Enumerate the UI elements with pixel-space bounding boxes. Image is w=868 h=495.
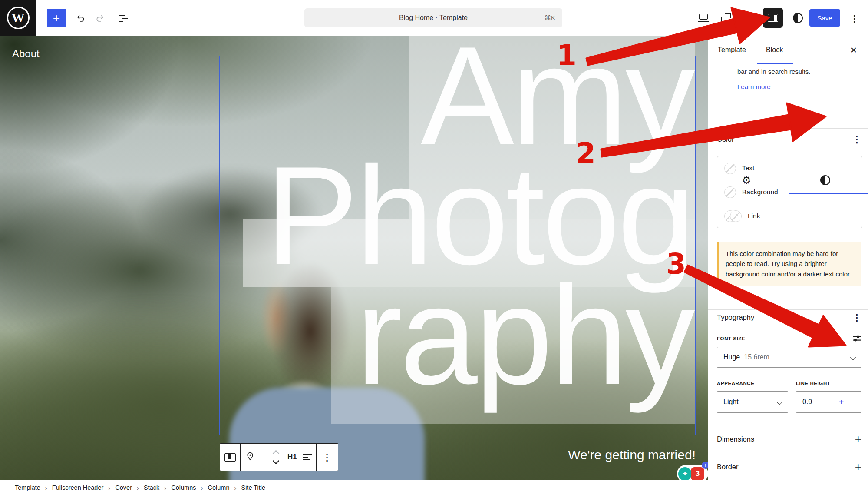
text-align-icon[interactable] (303, 452, 312, 462)
sidebar-icon (768, 14, 778, 22)
chevron-right-icon: › (164, 484, 166, 492)
color-section-title: Color (717, 135, 734, 143)
double-swatch-icon (724, 210, 742, 222)
counter-extension-badge[interactable]: 3 (691, 467, 704, 481)
preview-device-button[interactable] (695, 10, 712, 26)
line-height-value: 0.9 (802, 398, 812, 406)
section-divider (708, 309, 868, 310)
site-editor: About Amy Photog raphy We're getting mar… (0, 0, 868, 495)
color-panel: Text Background Link (717, 156, 862, 228)
block-options-button[interactable]: ⋮ (317, 444, 338, 471)
settings-sidebar-toggle-button[interactable] (763, 8, 783, 28)
close-sidebar-button[interactable]: ✕ (847, 43, 860, 56)
appearance-label: APPEARANCE (717, 381, 755, 386)
site-title-line: raphy (172, 276, 693, 395)
appearance-select[interactable]: Light (717, 391, 788, 413)
chevron-right-icon: › (201, 484, 203, 492)
command-shortcut: ⌘K (545, 8, 555, 27)
chevron-down-icon (777, 399, 782, 405)
heading-level-button[interactable]: H1 (287, 453, 297, 462)
undo-button[interactable] (73, 10, 89, 26)
contrast-icon (793, 13, 803, 23)
parent-column-button[interactable] (220, 444, 240, 471)
color-section-header: Color ⋮ (717, 135, 861, 144)
font-size-select[interactable]: Huge 15.6rem (717, 347, 861, 368)
increment-button[interactable]: + (839, 397, 844, 407)
contrast-warning-notice: This color combination may be hard for p… (717, 242, 861, 286)
tab-template[interactable]: Template (718, 36, 746, 64)
close-icon: ✕ (850, 45, 857, 55)
extension-plus-badge[interactable]: + (702, 462, 708, 469)
active-tab-underline (757, 63, 793, 64)
background-color-row[interactable]: Background (717, 180, 862, 204)
tab-block[interactable]: Block (766, 36, 783, 64)
learn-more-link[interactable]: Learn more (737, 82, 771, 92)
plus-icon: + (855, 432, 861, 446)
list-view-button[interactable] (116, 10, 131, 26)
block-inserter-button[interactable]: + (47, 9, 66, 27)
move-down-icon (273, 458, 280, 465)
warning-text: This color combination may be hard for p… (726, 249, 854, 279)
typography-options-button[interactable]: ⋮ (852, 313, 861, 322)
wordpress-logo-icon: W (7, 7, 30, 29)
redo-button[interactable] (92, 10, 108, 26)
kebab-icon: ⋮ (323, 453, 332, 462)
chevron-right-icon: › (137, 484, 139, 492)
link-color-row[interactable]: Link (717, 204, 862, 228)
breadcrumb-item[interactable]: Cover (115, 484, 132, 491)
empty-swatch-icon (724, 163, 736, 174)
frame-corners-icon (721, 13, 731, 22)
breadcrumb-item[interactable]: Columns (171, 484, 196, 491)
font-size-detail: 15.6rem (744, 353, 769, 361)
block-toolbar: H1 ⋮ (220, 443, 338, 471)
chevron-right-icon: › (108, 484, 110, 492)
settings-sidebar: Template Block ✕ bar and in search resul… (708, 36, 868, 495)
decrement-button[interactable]: − (850, 397, 855, 407)
breadcrumb-item[interactable]: Site Title (241, 484, 265, 491)
line-height-stepper[interactable]: 0.9 + − (796, 391, 861, 413)
undo-icon (76, 13, 86, 23)
options-menu-button[interactable]: ⋮ (848, 10, 861, 26)
dimensions-section-row[interactable]: Dimensions + (717, 425, 861, 453)
breadcrumb-item[interactable]: Column (208, 484, 230, 491)
kebab-icon: ⋮ (850, 14, 859, 23)
editor-canvas[interactable]: About Amy Photog raphy We're getting mar… (0, 36, 708, 480)
font-size-label: FONT SIZE (717, 336, 745, 341)
typography-section-title: Typography (717, 313, 754, 322)
text-color-row[interactable]: Text (717, 156, 862, 180)
site-tagline[interactable]: We're getting married! (568, 448, 696, 462)
color-options-button[interactable]: ⋮ (852, 135, 861, 144)
document-title-button[interactable]: Blog Home · Template ⌘K (304, 8, 562, 27)
plus-icon: + (855, 460, 861, 474)
border-section-row[interactable]: Border + (717, 453, 861, 481)
site-title-heading[interactable]: Amy Photog raphy (172, 36, 693, 395)
breadcrumb-item[interactable]: Template (15, 484, 40, 491)
extension-badges[interactable]: ✦ 3 + (677, 465, 708, 480)
move-up-icon (273, 450, 280, 457)
document-title: Blog Home · Template (399, 14, 468, 22)
styles-button[interactable] (789, 10, 806, 26)
color-row-label: Link (748, 212, 760, 220)
dimensions-section-title: Dimensions (717, 435, 754, 443)
breadcrumb-item[interactable]: Stack (144, 484, 159, 491)
lightbulb-extension-icon[interactable]: ✦ (678, 467, 692, 481)
chevron-down-icon (850, 355, 856, 360)
list-view-icon (119, 15, 128, 22)
typography-tools-icon[interactable] (852, 335, 861, 342)
block-mover[interactable] (274, 451, 278, 463)
typography-section-header: Typography ⋮ (717, 313, 861, 322)
sidebar-tabs: Template Block ✕ (708, 36, 868, 64)
chevron-right-icon: › (234, 484, 236, 492)
site-title-block-icon[interactable] (245, 451, 255, 463)
wordpress-menu-button[interactable]: W (0, 0, 36, 36)
save-button[interactable]: Save (809, 9, 840, 27)
block-breadcrumb-bar: Template › Fullscreen Header › Cover › S… (0, 480, 708, 495)
columns-icon (224, 453, 236, 462)
zoom-out-view-button[interactable] (717, 10, 735, 26)
drag-handle-icon[interactable] (261, 452, 267, 462)
section-divider (708, 479, 868, 479)
chevron-right-icon: › (45, 484, 47, 492)
empty-swatch-icon (724, 186, 736, 198)
site-nav-about-link[interactable]: About (12, 48, 40, 60)
breadcrumb-item[interactable]: Fullscreen Header (52, 484, 103, 491)
